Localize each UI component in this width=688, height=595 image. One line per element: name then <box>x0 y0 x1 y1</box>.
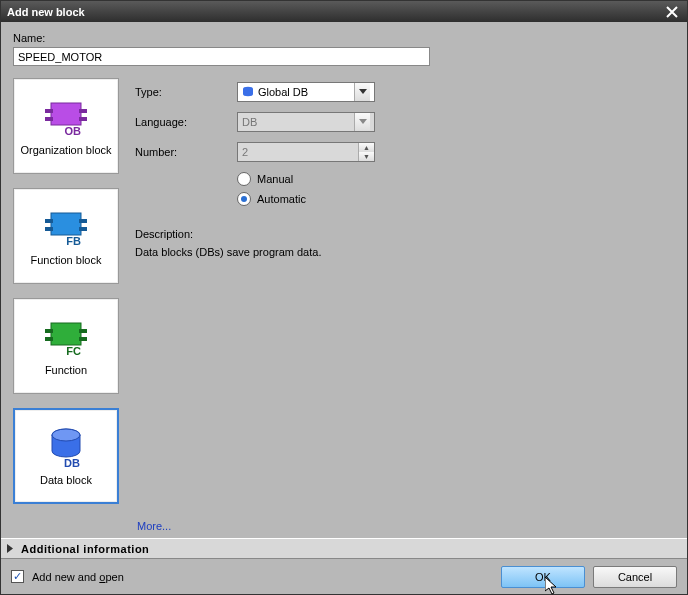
svg-text:FC: FC <box>66 345 81 357</box>
cursor-icon <box>545 577 559 595</box>
close-button[interactable] <box>663 3 681 21</box>
spin-up-icon: ▲ <box>359 143 374 152</box>
type-dropdown[interactable]: Global DB <box>237 82 375 102</box>
tile-function[interactable]: FC Function <box>13 298 119 394</box>
language-dropdown: DB <box>237 112 375 132</box>
manual-radio-row[interactable]: Manual <box>237 172 675 186</box>
description-label: Description: <box>135 228 675 240</box>
tile-function-block[interactable]: FB Function block <box>13 188 119 284</box>
svg-rect-12 <box>51 323 81 345</box>
fb-icon: FB <box>41 207 91 247</box>
type-label: Type: <box>135 86 237 98</box>
radio-manual[interactable] <box>237 172 251 186</box>
cancel-label: Cancel <box>618 571 652 583</box>
dialog-footer: ✓ Add new and open OK Cancel <box>1 559 687 594</box>
spin-down-icon: ▼ <box>359 152 374 161</box>
tile-data-block[interactable]: DB Data block <box>13 408 119 504</box>
dialog-body: Name: OB Organization block <box>1 22 687 538</box>
svg-rect-6 <box>51 213 81 235</box>
close-icon <box>666 6 678 18</box>
language-label: Language: <box>135 116 237 128</box>
cancel-button[interactable]: Cancel <box>593 566 677 588</box>
add-new-open-checkbox[interactable]: ✓ <box>11 570 24 583</box>
more-row: More... <box>137 504 675 532</box>
svg-rect-8 <box>45 227 53 231</box>
titlebar: Add new block <box>1 1 687 22</box>
automatic-radio-row[interactable]: Automatic <box>237 192 675 206</box>
tile-label: Function <box>45 364 87 377</box>
add-new-open-label: Add new and open <box>32 571 124 583</box>
number-row: Number: 2 ▲ ▼ <box>135 142 675 162</box>
db-small-icon <box>242 86 254 98</box>
number-label: Number: <box>135 146 237 158</box>
svg-text:FB: FB <box>66 235 81 247</box>
name-label: Name: <box>13 32 675 44</box>
form-area: Type: Global DB Language: DB <box>135 78 675 504</box>
block-type-sidebar: OB Organization block FB Funct <box>13 78 119 504</box>
tile-label: Organization block <box>20 144 111 157</box>
additional-info-label: Additional information <box>21 543 149 555</box>
radio-automatic-label: Automatic <box>257 193 306 205</box>
tile-organization-block[interactable]: OB Organization block <box>13 78 119 174</box>
radio-manual-label: Manual <box>257 173 293 185</box>
svg-rect-14 <box>45 337 53 341</box>
ok-button[interactable]: OK <box>501 566 585 588</box>
add-new-block-dialog: Add new block Name: OB <box>0 0 688 595</box>
chevron-down-icon <box>359 119 367 125</box>
svg-rect-13 <box>45 329 53 333</box>
svg-rect-4 <box>79 117 87 121</box>
svg-text:OB: OB <box>65 125 82 137</box>
svg-rect-16 <box>79 337 87 341</box>
tile-label: Function block <box>31 254 102 267</box>
window-title: Add new block <box>7 6 663 18</box>
additional-info-header[interactable]: Additional information <box>1 538 687 559</box>
main-area: OB Organization block FB Funct <box>13 78 675 504</box>
language-row: Language: DB <box>135 112 675 132</box>
name-section: Name: <box>13 32 675 66</box>
svg-rect-2 <box>45 117 53 121</box>
chevron-right-icon <box>5 544 15 553</box>
number-input: 2 ▲ ▼ <box>237 142 375 162</box>
number-value: 2 <box>242 146 248 158</box>
type-value: Global DB <box>258 86 308 98</box>
language-value: DB <box>242 116 257 128</box>
more-link[interactable]: More... <box>137 520 171 532</box>
svg-rect-3 <box>79 109 87 113</box>
name-input[interactable] <box>13 47 430 66</box>
svg-text:DB: DB <box>64 457 80 469</box>
svg-rect-9 <box>79 219 87 223</box>
svg-rect-15 <box>79 329 87 333</box>
number-spinner: ▲ ▼ <box>358 143 374 161</box>
svg-rect-10 <box>79 227 87 231</box>
db-icon: DB <box>44 425 88 469</box>
radio-automatic[interactable] <box>237 192 251 206</box>
ob-icon: OB <box>41 97 91 137</box>
type-row: Type: Global DB <box>135 82 675 102</box>
svg-rect-0 <box>51 103 81 125</box>
description-text: Data blocks (DBs) save program data. <box>135 246 675 258</box>
chevron-down-icon <box>359 89 367 95</box>
fc-icon: FC <box>41 317 91 357</box>
svg-rect-1 <box>45 109 53 113</box>
svg-point-19 <box>52 429 80 441</box>
svg-rect-7 <box>45 219 53 223</box>
tile-label: Data block <box>40 474 92 487</box>
